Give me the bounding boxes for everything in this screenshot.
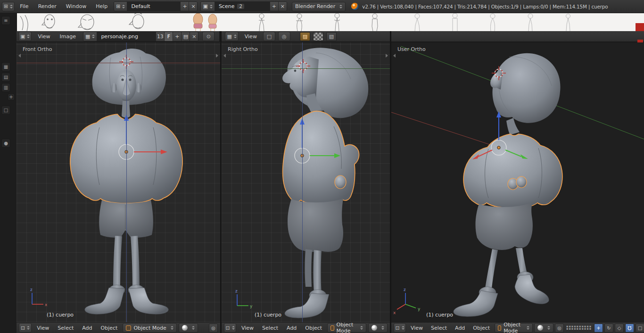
mode-dropdown[interactable]: Object Mode xyxy=(123,323,176,333)
image-browse-button[interactable]: ▦ xyxy=(83,32,97,41)
lattice-tool-button-1[interactable]: ▦ xyxy=(1,62,10,71)
viewport-user[interactable]: z y x User Ortho (1) cuerpo xyxy=(391,42,644,322)
vp-menu-object[interactable]: Object xyxy=(302,325,325,332)
modifier-button[interactable]: + xyxy=(8,93,15,100)
image-editor-type-button[interactable]: ▣ xyxy=(18,32,32,41)
chevron-updown-icon xyxy=(192,326,195,330)
scene-name-field[interactable]: Scene 2 xyxy=(215,2,270,11)
image-menu-view[interactable]: View xyxy=(34,33,53,40)
image-new-button[interactable]: + xyxy=(173,32,181,41)
image-open-button[interactable]: ▤ xyxy=(181,32,190,41)
lattice-icon: ▥ xyxy=(4,85,8,90)
lattice-tool-button-2[interactable]: ▤ xyxy=(1,73,10,82)
display-alpha-toggle[interactable]: ▧ xyxy=(326,32,337,41)
viewport-right-header: ⊡ View Select Add Object Object Mode xyxy=(222,322,390,333)
region-collapse-arrow[interactable] xyxy=(386,54,388,58)
uv-tool-button-b[interactable]: ◎ xyxy=(278,32,290,41)
material-sphere-button[interactable]: ● xyxy=(1,139,10,148)
snap-toggle-button[interactable]: Ω xyxy=(625,324,634,333)
vp-menu-add[interactable]: Add xyxy=(283,325,300,332)
pivot-point-button[interactable]: ◎ xyxy=(555,324,564,333)
vp-menu-select[interactable]: Select xyxy=(54,325,77,332)
view3d-editor-icon: ⊡ xyxy=(395,325,399,331)
image-name-field[interactable]: personaje.png xyxy=(97,32,156,41)
blender-logo-icon xyxy=(351,3,358,10)
manipulator-rotate-button[interactable]: ↻ xyxy=(604,324,613,333)
svg-text:z: z xyxy=(404,287,406,292)
scene-users-count[interactable]: 2 xyxy=(237,4,244,9)
vp-menu-view[interactable]: View xyxy=(407,325,426,332)
manipulator-scale-button[interactable]: ◇ xyxy=(615,324,624,333)
vp-menu-select[interactable]: Select xyxy=(428,325,450,332)
image-menu-image[interactable]: Image xyxy=(57,33,79,40)
mesh-data-button[interactable]: □ xyxy=(1,106,10,115)
uv-editor-type-button[interactable]: ▦ xyxy=(225,32,238,41)
menu-render[interactable]: Render xyxy=(34,2,61,10)
lattice-tool-button-3[interactable]: ▥ xyxy=(1,83,10,92)
chevron-updown-icon xyxy=(547,326,550,330)
viewport-right[interactable]: y z Right Ortho (1) cuerpo xyxy=(222,42,390,322)
mode-dropdown[interactable]: Object Mode xyxy=(495,323,533,333)
editor-type-button[interactable]: ⊞ xyxy=(2,2,15,11)
chevron-updown-icon xyxy=(381,326,384,330)
layers-widget[interactable]: ▪▪▪▪▪▪▪▪▪▪ ▪▪▪▪▪▪▪▪▪▪ xyxy=(565,325,593,330)
image-editor-icon: ▣ xyxy=(20,34,25,39)
region-collapse-arrow[interactable] xyxy=(393,54,396,58)
outliner-icon-button[interactable]: ≡ xyxy=(1,16,10,25)
view3d-editor-type-button[interactable]: ⊡ xyxy=(394,323,406,333)
vp-menu-object[interactable]: Object xyxy=(470,325,493,332)
shading-dropdown[interactable] xyxy=(534,323,553,333)
axis-gizmo: x z xyxy=(30,287,48,307)
image-editor-canvas[interactable] xyxy=(17,13,644,31)
manipulator-translate-button[interactable]: + xyxy=(594,324,603,333)
view3d-editor-type-button[interactable]: ⊡ xyxy=(19,323,32,333)
axis-gizmo: y z xyxy=(235,289,253,308)
menu-file[interactable]: File xyxy=(16,2,33,10)
region-collapse-arrow[interactable] xyxy=(216,54,218,58)
image-unlink-button[interactable]: × xyxy=(190,32,198,41)
vp-menu-object[interactable]: Object xyxy=(98,325,121,332)
viewport-user-header: ⊡ View Select Add Object Object Mode ◎ ▪… xyxy=(391,322,644,333)
screen-browse-button[interactable]: ⊞ xyxy=(114,2,127,11)
character-model[interactable] xyxy=(282,48,368,318)
z-axis-line xyxy=(302,42,303,322)
info-header: ⊞ File Render Window Help ⊞ Default + × … xyxy=(0,0,644,13)
display-color-toggle[interactable]: ▨ xyxy=(300,32,310,41)
snap-element-button[interactable]: □ xyxy=(636,324,644,333)
screen-add-button[interactable]: + xyxy=(180,2,189,11)
image-users-count[interactable]: 13 xyxy=(156,32,164,41)
uv-menu-view[interactable]: View xyxy=(241,33,260,40)
viewport-front[interactable]: x z Front Ortho (1) cuerpo xyxy=(17,42,220,322)
region-collapse-arrow[interactable] xyxy=(18,54,21,58)
menu-window[interactable]: Window xyxy=(62,2,91,10)
screen-delete-button[interactable]: × xyxy=(189,2,197,11)
scene-delete-button[interactable]: × xyxy=(278,2,287,11)
region-collapse-arrow[interactable] xyxy=(223,54,226,58)
red-color-swatch xyxy=(636,23,644,31)
pin-button[interactable]: ⊙ xyxy=(202,32,215,41)
view3d-editor-icon: ⊡ xyxy=(21,325,25,331)
shading-dropdown[interactable] xyxy=(179,323,198,333)
menu-help[interactable]: Help xyxy=(91,2,112,10)
fake-user-button[interactable]: F xyxy=(164,32,173,41)
character-model[interactable] xyxy=(454,53,562,316)
vp-menu-view[interactable]: View xyxy=(238,325,257,332)
scale-icon: ◇ xyxy=(618,325,621,331)
display-alpha-checker-toggle[interactable] xyxy=(313,32,323,41)
vp-menu-add[interactable]: Add xyxy=(452,325,468,332)
vp-menu-select[interactable]: Select xyxy=(259,325,281,332)
vp-menu-add[interactable]: Add xyxy=(79,325,95,332)
shading-dropdown[interactable] xyxy=(368,323,388,333)
screen-name-field[interactable]: Default xyxy=(127,2,180,11)
outliner-icon: ≡ xyxy=(4,18,8,23)
scene-browse-button[interactable]: ▣ xyxy=(201,2,215,11)
scene-add-button[interactable]: + xyxy=(270,2,278,11)
image-datablock-selector: ▦ personaje.png 13 F + ▤ × xyxy=(83,32,198,42)
uv-tool-button-a[interactable]: □ xyxy=(263,32,275,41)
render-engine-dropdown[interactable]: Blender Render xyxy=(292,2,346,11)
pivot-point-button[interactable]: ◎ xyxy=(209,324,218,333)
mode-dropdown[interactable]: Object Mode xyxy=(327,323,366,333)
chevron-updown-icon xyxy=(27,326,30,330)
vp-menu-view[interactable]: View xyxy=(33,325,52,332)
view3d-editor-type-button[interactable]: ⊡ xyxy=(224,323,236,333)
